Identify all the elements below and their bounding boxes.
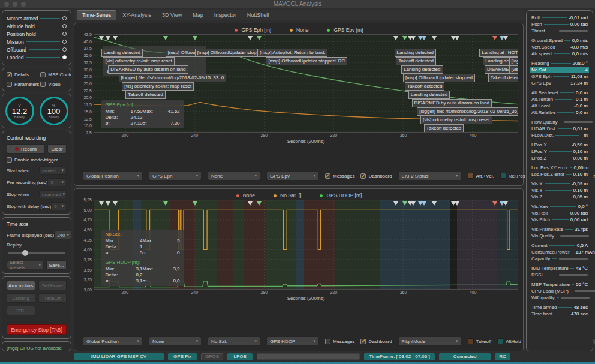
takeoff-button[interactable]: TakeOff — [38, 293, 67, 303]
checkbox-messages[interactable]: ✓Messages — [325, 173, 354, 179]
chart-annotation: [vis] odometry re-init: msp reset — [103, 57, 175, 65]
save-preset-button[interactable]: Save... — [46, 260, 67, 270]
chart-annotation: Takeoff detected — [424, 124, 464, 133]
series-select-ekf2-status[interactable]: EKF2 Status▾ — [398, 171, 462, 181]
field-select[interactable]: 0▾ — [47, 178, 67, 186]
chart-plot-area[interactable]: GPS Epv [m]:Min:17,50Max:41,62Delta:24,1… — [94, 34, 518, 133]
telemetry-label: Vis.Z — [531, 194, 542, 200]
set-home-button[interactable]: Set Home — [38, 281, 67, 290]
telemetry-row-no-sat[interactable]: No.Sat.4 — [530, 67, 589, 73]
chart-plot-area[interactable]: No.Sat.:Min:4Max:5Delta:1ø:5σ:0GPS HDOP … — [94, 200, 518, 290]
telemetry-row-pitch[interactable]: Pitch0,00 rad — [530, 21, 589, 28]
telemetry-row-time-boot[interactable]: Time boot478 sec — [530, 311, 589, 317]
telemetry-row-vis-quality[interactable]: Vis.Quality — [530, 233, 589, 239]
telemetry-row-alt-relative[interactable]: Alt.Relative0,0 m — [530, 109, 589, 116]
tab-3d-view[interactable]: 3D View — [157, 11, 187, 20]
telemetry-row-thrust[interactable]: Thrust — [530, 28, 589, 34]
mode-filter-takeoff[interactable]: Takeoff — [468, 338, 492, 344]
checkbox-dashboard[interactable]: ✓Dashboard — [360, 173, 392, 179]
telemetry-row-lpos-x[interactable]: LPos.X-0,59 m — [530, 142, 589, 148]
arm-motors-button[interactable]: Arm motors — [7, 281, 35, 290]
telemetry-row-ground-speed[interactable]: Ground.Speed0,0 m/s — [530, 37, 589, 44]
telemetry-row-alt-local[interactable]: Alt.Local-0,0 m — [530, 103, 589, 109]
telemetry-row-capacity[interactable]: Capacity — [530, 255, 589, 262]
tab-nuttshell[interactable]: NuttShell — [242, 11, 274, 20]
series-select-none[interactable]: None▾ — [208, 171, 260, 181]
tab-map[interactable]: Map — [188, 11, 208, 20]
checkbox-parameters[interactable]: Parameters — [7, 82, 39, 87]
telemetry-row-imu-temperature[interactable]: IMU Temperature48 °C — [530, 265, 589, 272]
replay-slider[interactable] — [8, 249, 65, 257]
rtl-button[interactable]: RTL — [7, 306, 35, 315]
series-select-gps-eph[interactable]: GPS Eph▾ — [149, 171, 202, 181]
telemetry-row-vis-pitch[interactable]: Vis.Pitch0,00 rad — [530, 216, 589, 223]
emergency-stop-button[interactable]: Emergency Stop [TAB] — [7, 324, 67, 335]
telemetry-row-alt-sea-level[interactable]: Alt.Sea level0,0 m — [530, 89, 589, 96]
series-select-gps-hdop[interactable]: GPS HDOP▾ — [266, 336, 319, 346]
window-minimize-button[interactable] — [13, 2, 17, 7]
telemetry-row-vis-framerate[interactable]: Vis.FrameRate31 fps — [530, 226, 589, 233]
marker-flag-icon — [257, 201, 262, 206]
telemetry-row-lpos-z[interactable]: LPos.Z0,00 m — [530, 155, 589, 161]
telemetry-row-air-speed[interactable]: Air speed0,0 m/s — [530, 50, 589, 57]
telemetry-row-rssi[interactable]: RSSI — [530, 272, 589, 278]
enable-mode-trigger-checkbox[interactable]: Enable mode-trigger — [7, 157, 67, 163]
checkbox-details[interactable]: ✓Details — [7, 72, 39, 77]
telemetry-value: 31 fps — [575, 227, 588, 232]
clear-button[interactable]: Clear — [47, 144, 67, 154]
frame-displayed-select[interactable]: 240 ▾ — [54, 231, 71, 239]
telemetry-row-vis-x[interactable]: Vis.X-0,59 m — [530, 181, 589, 187]
telemetry-row-msp-temperature[interactable]: MSP Temperature55 °C — [530, 281, 589, 288]
series-select-global-position[interactable]: Global Position▾ — [83, 336, 143, 346]
telemetry-row-vis-z[interactable]: Vis.Z0,05 m — [530, 194, 589, 200]
window-close-button[interactable] — [4, 2, 9, 7]
mode-off-icon — [62, 47, 67, 52]
telemetry-row-vis-roll[interactable]: Vis.Roll0,00 rad — [530, 210, 589, 216]
telemetry-label: FLow.Dist. — [531, 133, 554, 138]
telemetry-row-lidar-dist[interactable]: LIDAR Dist.0,01 m — [530, 125, 589, 132]
telemetry-row-lpos-y[interactable]: LPos.Y0,10 m — [530, 148, 589, 155]
series-select-none[interactable]: None▾ — [149, 336, 202, 346]
record-button[interactable]: Record — [7, 144, 45, 154]
slider-thumb[interactable] — [22, 250, 28, 256]
telemetry-row-current[interactable]: Current0,5 A — [530, 242, 589, 249]
window-zoom-button[interactable] — [21, 2, 26, 7]
telemetry-row-cpu-load-msp[interactable]: CPU Load (MSP) — [530, 288, 589, 294]
flightmode-indicator-panel: Motors armedAltitude holdPosition holdMi… — [2, 10, 71, 65]
tab-time-series[interactable]: Time-Series — [77, 10, 116, 20]
telemetry-row-roll[interactable]: Roll-0,01 rad — [530, 14, 589, 21]
landing-button[interactable]: Landing — [7, 293, 35, 303]
telemetry-row-vert-speed[interactable]: Vert.Speed-0,0 m/s — [530, 44, 589, 50]
telemetry-row-gps-eph[interactable]: GPS Eph11,08 m — [530, 73, 589, 80]
info-value: 41,62 — [160, 109, 180, 114]
mode-filter-rel-pos[interactable]: Rel.Pos — [500, 173, 525, 179]
telemetry-row-loc-pos-xy-error[interactable]: Loc.Pos.XY error0,06 m — [530, 164, 589, 171]
telemetry-row-vis-yaw[interactable]: Vis.Yaw0,0 ° — [530, 203, 589, 210]
series-select-no-sat[interactable]: No.Sat.▾ — [208, 336, 260, 346]
checkbox-dashboard[interactable]: ✓Dashboard — [360, 339, 392, 344]
mode-filter-att-vel[interactable]: Att.+Vel. — [468, 173, 494, 179]
presets-select[interactable]: Select presets... ▾ — [7, 261, 44, 269]
telemetry-row-consumed-power[interactable]: Consumed.Power137 mAh — [530, 249, 589, 255]
telemetry-row-loc-pos-z-error[interactable]: Loc.Pos.Z error0,10 m — [530, 171, 589, 178]
field-select[interactable]: armed▾ — [39, 166, 67, 175]
telemetry-row-heading[interactable]: Heading208,0 ° — [530, 60, 589, 67]
series-select-flightmode[interactable]: FlightMode▾ — [398, 336, 462, 346]
checkbox-video[interactable]: Video — [40, 82, 71, 87]
checkbox-msp-control[interactable]: MSP Control — [40, 72, 71, 77]
telemetry-row-time-armed[interactable]: Time armed48 sec — [530, 304, 589, 311]
checkbox-messages[interactable]: Messages — [325, 339, 354, 344]
telemetry-row-gps-epv[interactable]: GPS Epv17,24 m — [530, 80, 589, 86]
mode-filter-althold[interactable]: AltHold — [497, 338, 521, 344]
field-select[interactable]: 0▾ — [51, 202, 67, 210]
telemetry-row-flow-quality[interactable]: Flow.Quality — [530, 119, 589, 125]
telemetry-row-vis-y[interactable]: Vis.Y0,10 m — [530, 187, 589, 194]
series-select-gps-epv[interactable]: GPS Epv▾ — [266, 171, 319, 181]
telemetry-row-flow-dist[interactable]: FLow.Dist.- m — [530, 132, 589, 139]
tab-inspector[interactable]: Inspector — [209, 11, 241, 20]
telemetry-row-wifi-quality[interactable]: Wifi quality — [530, 294, 589, 301]
field-select[interactable]: unarmed▾ — [39, 190, 67, 198]
tab-xy-analysis[interactable]: XY-Analysis — [118, 11, 156, 20]
series-select-global-position[interactable]: Global Position▾ — [83, 171, 143, 181]
telemetry-row-alt-terrain[interactable]: Alt.Terrain-0,1 m — [530, 96, 589, 103]
